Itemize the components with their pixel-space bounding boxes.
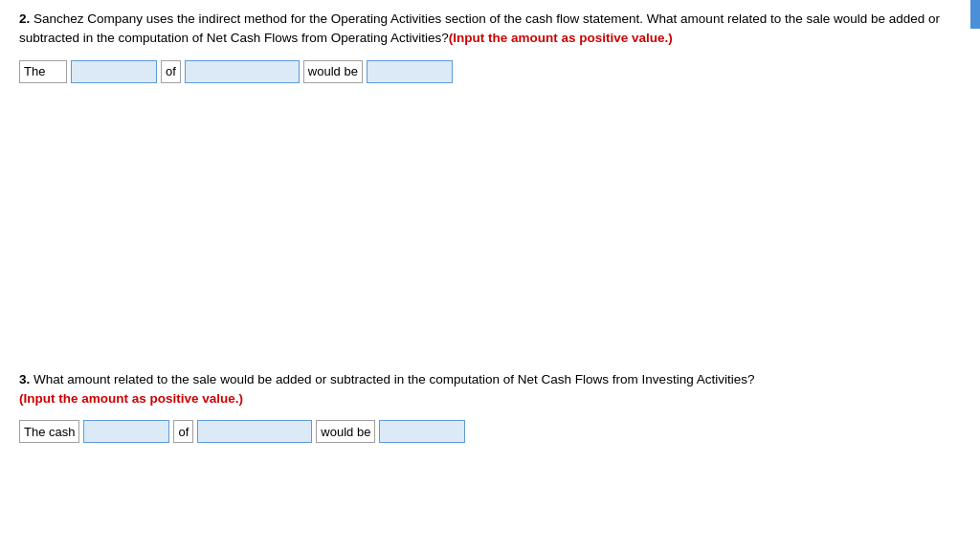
question-3-input-3[interactable] (379, 420, 465, 443)
question-2-block: 2. Sanchez Company uses the indirect met… (19, 10, 961, 83)
question-2-input-2[interactable] (185, 60, 300, 83)
question-3-instruction: (Input the amount as positive value.) (19, 391, 243, 406)
question-2-would-be-label: would be (303, 60, 363, 83)
question-2-text: 2. Sanchez Company uses the indirect met… (19, 10, 961, 49)
question-3-of-label: of (173, 420, 193, 443)
question-3-the-cash-label: The cash (19, 420, 79, 443)
question-2-the-label: The (19, 60, 67, 83)
question-3-input-2[interactable] (197, 420, 312, 443)
question-3-number: 3. (19, 372, 30, 386)
question-3-input-1[interactable] (83, 420, 169, 443)
question-3-body: What amount related to the sale would be… (30, 372, 754, 386)
question-2-number: 2. (19, 11, 30, 26)
question-3-block: 3. What amount related to the sale would… (19, 370, 961, 444)
question-2-input-row: The of would be (19, 60, 961, 83)
question-2-input-3[interactable] (367, 60, 453, 83)
question-3-would-be-label: would be (316, 420, 375, 443)
question-3-input-row: The cash of would be (19, 420, 961, 443)
scrollbar[interactable] (970, 0, 980, 29)
question-2-input-1[interactable] (71, 60, 157, 83)
question-2-instruction: (Input the amount as positive value.) (449, 31, 673, 45)
question-3-text: 3. What amount related to the sale would… (19, 370, 961, 409)
question-2-of-label: of (161, 60, 181, 83)
